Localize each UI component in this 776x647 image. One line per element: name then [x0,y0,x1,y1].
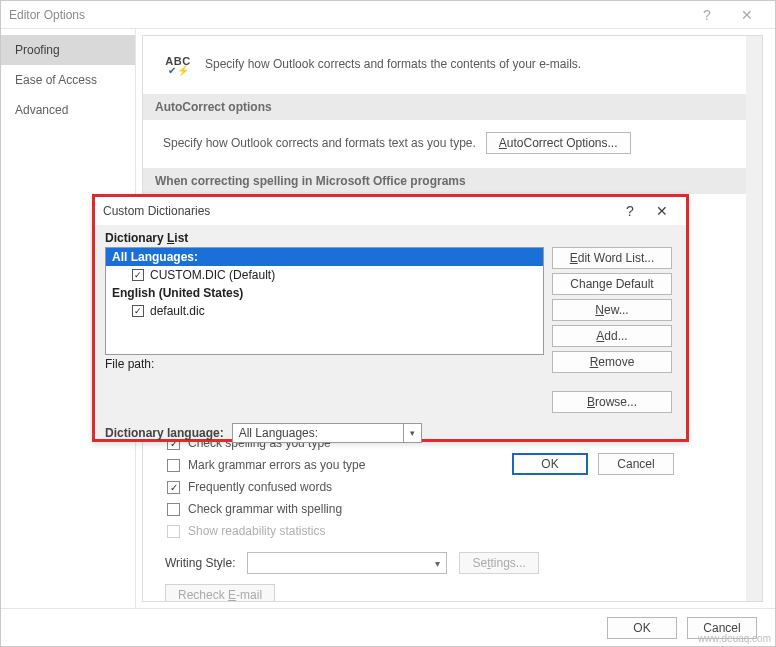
help-button[interactable]: ? [687,1,727,29]
dialog-title: Custom Dictionaries [103,204,614,218]
watermark: www.deuaq.com [698,633,771,644]
dialog-close-button[interactable]: ✕ [646,203,678,219]
writing-style-select[interactable]: ▾ [247,552,447,574]
checkbox-icon[interactable]: ✓ [132,305,144,317]
list-group-english-us[interactable]: English (United States) [106,284,543,302]
autocorrect-text: Specify how Outlook corrects and formats… [163,136,476,150]
dialog-titlebar: Custom Dictionaries ? ✕ [95,197,686,225]
frequently-confused-words[interactable]: ✓ Frequently confused words [143,476,762,498]
sidebar-item-label: Advanced [15,103,68,117]
list-item-label: default.dic [150,304,205,318]
browse-button[interactable]: Browse... [552,391,672,413]
settings-button: Settings... [459,552,538,574]
dialog-footer: OK Cancel [95,443,686,475]
close-button[interactable]: ✕ [727,1,767,29]
dialog-cancel-button[interactable]: Cancel [598,453,674,475]
checkbox-icon[interactable] [167,503,180,516]
file-path-label: File path: [105,355,544,371]
checkbox-label: Check grammar with spelling [188,502,342,516]
writing-style-label: Writing Style: [165,556,235,570]
list-group-all-languages[interactable]: All Languages: [106,248,543,266]
dialog-ok-button[interactable]: OK [512,453,588,475]
list-item-custom-dic[interactable]: ✓ CUSTOM.DIC (Default) [106,266,543,284]
autocorrect-options-button[interactable]: AutoCorrect Options... [486,132,631,154]
window-footer: OK Cancel [1,608,775,646]
window-title: Editor Options [9,8,687,22]
sidebar-item-advanced[interactable]: Advanced [1,95,135,125]
edit-word-list-button[interactable]: Edit Word List... [552,247,672,269]
section-header-spelling: When correcting spelling in Microsoft Of… [143,168,762,194]
writing-style-row: Writing Style: ▾ Settings... [143,542,762,582]
sidebar-item-ease-of-access[interactable]: Ease of Access [1,65,135,95]
proofing-icon: ABC ✔⚡ [163,50,193,78]
sidebar-item-label: Ease of Access [15,73,97,87]
new-button[interactable]: New... [552,299,672,321]
custom-dictionaries-dialog: Custom Dictionaries ? ✕ Dictionary List … [92,194,689,442]
ok-button[interactable]: OK [607,617,677,639]
checkbox-icon[interactable]: ✓ [132,269,144,281]
checkbox-label: Frequently confused words [188,480,332,494]
checkbox-icon[interactable]: ✓ [167,481,180,494]
sidebar-item-label: Proofing [15,43,60,57]
add-button[interactable]: Add... [552,325,672,347]
checkbox-label: Show readability statistics [188,524,325,538]
dictionary-language-value: All Languages: [239,426,318,440]
list-item-label: CUSTOM.DIC (Default) [150,268,275,282]
check-grammar-with-spelling[interactable]: Check grammar with spelling [143,498,762,520]
intro-section: ABC ✔⚡ Specify how Outlook corrects and … [143,36,762,94]
sidebar-item-proofing[interactable]: Proofing [1,35,135,65]
change-default-button[interactable]: Change Default [552,273,672,295]
dictionary-listbox[interactable]: All Languages: ✓ CUSTOM.DIC (Default) En… [105,247,544,355]
checkbox-icon [167,525,180,538]
dictionary-language-select[interactable]: All Languages: ▾ [232,423,422,443]
remove-button[interactable]: Remove [552,351,672,373]
list-item-default-dic[interactable]: ✓ default.dic [106,302,543,320]
intro-text: Specify how Outlook corrects and formats… [205,57,581,71]
editor-options-window: Editor Options ? ✕ Proofing Ease of Acce… [0,0,776,647]
chevron-down-icon: ▾ [435,558,440,569]
show-readability-statistics: Show readability statistics [143,520,762,542]
chevron-down-icon: ▾ [403,424,421,442]
autocorrect-row: Specify how Outlook corrects and formats… [143,120,762,168]
vertical-scrollbar[interactable] [746,36,762,601]
section-header-autocorrect: AutoCorrect options [143,94,762,120]
dialog-help-button[interactable]: ? [614,203,646,219]
dictionary-language-label: Dictionary language: [105,426,224,440]
titlebar: Editor Options ? ✕ [1,1,775,29]
dictionary-list-label: Dictionary List [105,231,544,247]
recheck-email-button: Recheck E-mail [165,584,275,602]
